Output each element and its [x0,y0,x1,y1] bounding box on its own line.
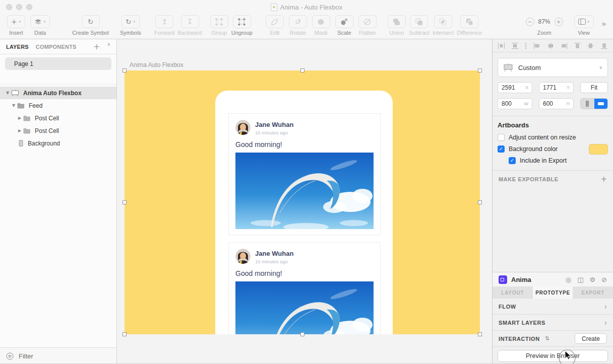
x-position-field[interactable]: 2591X [498,82,532,93]
feed-card[interactable]: Jane Wuhan 10 minutes ago Good morning! [215,91,393,334]
toolbar-rotate[interactable]: ↺ Rotate [289,15,307,36]
toolbar-scale[interactable]: Scale [335,15,353,36]
tab-prototype[interactable]: PROTOTYPE [533,286,573,299]
canvas[interactable]: Anima Auto Flexbox Jane Wuhan 10 minut [117,39,492,364]
toolbar-intersect[interactable]: Intersect [433,15,454,36]
toolbar-data[interactable]: ∨ Data [30,15,50,36]
gear-icon[interactable]: ⚙ [589,276,595,283]
layer-row-feed[interactable]: ▼ Feed [0,99,116,112]
width-field[interactable]: 800W [498,98,532,109]
selection-handle[interactable] [478,200,482,204]
filter-bar[interactable]: Filter [0,347,116,364]
toolbar-union[interactable]: Union [388,15,406,36]
post-image [235,153,374,229]
tab-export[interactable]: EXPORT [573,286,613,299]
zoom-in-button[interactable]: + [555,18,563,26]
toolbar-overflow-icon[interactable]: » [602,19,606,28]
include-in-export-checkbox[interactable]: ✓ [509,157,516,164]
anima-panel: Anima ◎ ◫ ⚙ ⊘ LAYOUT PROTOTYPE EXPORT FL… [493,272,613,364]
tab-layout[interactable]: LAYOUT [493,286,533,299]
selection-handle[interactable] [478,68,482,72]
folder-icon [23,128,31,134]
landscape-orientation-button[interactable] [594,99,608,109]
flow-section[interactable]: FLOW › [493,299,613,315]
align-bottom-icon[interactable] [600,42,608,49]
distribute-vertical-icon[interactable] [511,42,519,49]
disclosure-open-icon[interactable]: ▼ [4,91,11,95]
selection-handle[interactable] [300,332,304,336]
preview-in-browser-button[interactable]: Preview in Browser [498,350,608,362]
artboard-preset-dropdown[interactable]: Custom ∨ [498,58,608,77]
y-position-field[interactable]: 1771Y [539,82,574,93]
zoom-window-button[interactable] [26,4,32,10]
tidy-icon[interactable] [524,42,527,49]
zoom-out-button[interactable]: − [526,18,534,26]
toolbar-difference[interactable]: Difference [457,15,482,36]
disclosure-open-icon[interactable]: ▼ [10,103,17,108]
close-window-button[interactable] [6,4,12,10]
align-left-icon[interactable] [533,42,541,49]
artboard-icon [11,90,19,96]
record-icon[interactable]: ◎ [566,276,571,283]
post-cell[interactable]: Jane Wuhan 10 minutes ago Good morning! [228,242,381,334]
tab-components[interactable]: COMPONENTS [36,44,77,50]
toolbar-symbols[interactable]: ↻∨ Symbols [120,15,141,36]
split-view-icon[interactable]: ◫ [577,276,583,283]
selection-handle[interactable] [478,332,482,336]
interaction-section: INTERACTION ⇅ Create [493,331,613,347]
layer-row-post-cell-2[interactable]: ▶ Post Cell [0,124,116,137]
disable-icon[interactable]: ⊘ [601,276,607,283]
toolbar-ungroup[interactable]: Ungroup [231,15,253,36]
toolbar-insert[interactable]: +∨ Insert [7,15,25,36]
inspector-panel: Custom ∨ 2591X 1771Y Fit 800W 600H [492,39,613,364]
align-center-horizontal-icon[interactable] [547,42,555,49]
post-cell[interactable]: Jane Wuhan 10 minutes ago Good morning! [228,113,381,235]
collapse-pages-icon[interactable]: ∧ [107,42,110,51]
group-icon [215,18,223,26]
create-interaction-button[interactable]: Create [575,333,607,344]
selection-handle[interactable] [122,200,127,204]
post-timestamp: 10 minutes ago [255,130,293,135]
toolbar-backward[interactable]: ↧ Backward [177,15,202,36]
smart-layers-section[interactable]: SMART LAYERS › [493,315,613,331]
document-icon [271,4,277,11]
minimize-window-button[interactable] [16,4,22,10]
layers-sidebar: LAYERS COMPONENTS + ∧ Page 1 ▼ Anima Aut… [0,39,117,364]
add-page-icon[interactable]: + [93,42,100,51]
distribute-horizontal-icon[interactable] [498,42,505,49]
anima-title: Anima [511,276,562,283]
toolbar-view[interactable]: ∨ View [574,15,594,36]
align-top-icon[interactable] [574,42,581,49]
portrait-orientation-button[interactable] [581,99,594,109]
toolbar-forward[interactable]: ↥ Forward [154,15,174,36]
toolbar-flatten[interactable]: Flatten [358,15,377,36]
align-right-icon[interactable] [560,42,568,49]
artboard-title[interactable]: Anima Auto Flexbox [130,61,183,68]
fit-button[interactable]: Fit [580,82,608,93]
toolbar-create-symbol[interactable]: ↻ Create Symbol [72,15,109,36]
toolbar-group[interactable]: Group [210,15,228,36]
background-color-swatch[interactable] [589,144,608,155]
align-middle-vertical-icon[interactable] [587,42,594,49]
selection-handle[interactable] [122,68,127,72]
post-message: Good morning! [229,135,380,149]
background-color-checkbox[interactable]: ✓ [498,145,505,153]
send-backward-icon: ↧ [187,18,193,25]
toolbar-edit[interactable]: Edit [266,15,284,36]
toolbar-subtract[interactable]: Subtract [409,15,430,36]
layer-row-background[interactable]: Background [0,137,116,150]
layer-row-artboard[interactable]: ▼ Anima Auto Flexbox [0,87,116,99]
selection-handle[interactable] [300,68,304,72]
tab-layers[interactable]: LAYERS [6,44,29,50]
add-export-icon[interactable]: + [600,175,607,184]
sort-icon[interactable]: ⇅ [545,335,549,342]
adjust-content-checkbox[interactable]: ✓ [498,134,505,141]
selection-handle[interactable] [122,332,127,336]
layer-row-post-cell-1[interactable]: ▶ Post Cell [0,112,116,124]
disclosure-closed-icon[interactable]: ▶ [16,116,23,120]
page-item[interactable]: Page 1 [5,57,111,70]
height-field[interactable]: 600H [539,98,574,109]
disclosure-closed-icon[interactable]: ▶ [16,128,23,133]
artboard[interactable]: Jane Wuhan 10 minutes ago Good morning! [125,70,480,334]
toolbar-mask[interactable]: Mask [312,15,330,36]
